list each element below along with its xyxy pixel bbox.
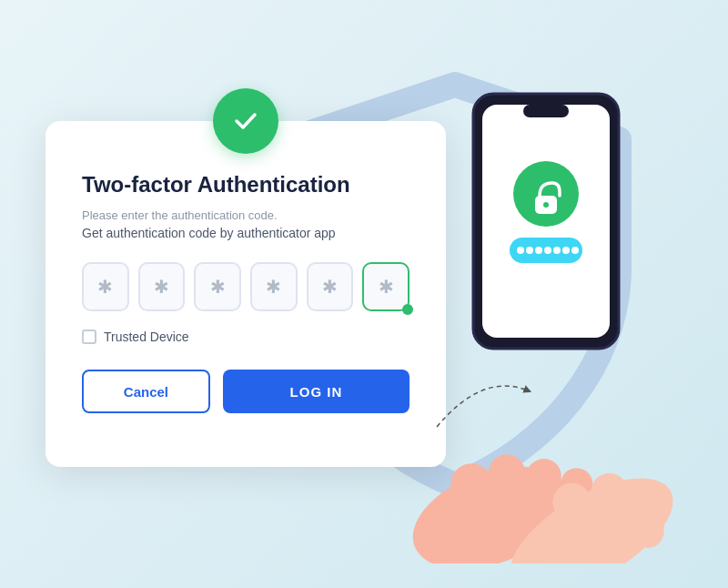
- code-input-3[interactable]: ✱: [194, 262, 241, 311]
- trusted-device-row: Trusted Device: [82, 329, 410, 344]
- svg-rect-16: [486, 452, 532, 534]
- card-subtitle-bold: Get authentication code by authenticator…: [82, 226, 410, 240]
- svg-rect-18: [552, 466, 595, 536]
- code-star-5: ✱: [322, 276, 338, 298]
- code-star-1: ✱: [97, 276, 113, 298]
- svg-point-10: [553, 247, 561, 254]
- scene: Two-factor Authentication Please enter t…: [46, 39, 682, 549]
- code-input-group: ✱ ✱ ✱ ✱ ✱ ✱: [82, 262, 410, 311]
- svg-point-2: [513, 161, 579, 227]
- code-input-6[interactable]: ✱: [362, 262, 410, 311]
- login-button[interactable]: LOG IN: [223, 370, 410, 413]
- code-input-1[interactable]: ✱: [82, 262, 129, 311]
- code-star-6: ✱: [379, 276, 394, 298]
- trusted-device-checkbox[interactable]: [82, 329, 96, 344]
- svg-point-6: [517, 247, 524, 254]
- code-star-3: ✱: [210, 276, 226, 298]
- svg-rect-20: [546, 477, 611, 557]
- svg-rect-21: [587, 469, 642, 551]
- card-title: Two-factor Authentication: [82, 172, 410, 198]
- success-check-circle: [213, 88, 278, 154]
- svg-point-11: [562, 247, 570, 254]
- svg-rect-0: [473, 94, 619, 349]
- code-input-5[interactable]: ✱: [307, 262, 354, 311]
- svg-point-7: [526, 247, 533, 254]
- dashed-arrow-icon: [428, 363, 537, 440]
- svg-rect-3: [535, 196, 557, 214]
- svg-rect-17: [525, 458, 562, 532]
- svg-point-4: [543, 202, 549, 208]
- svg-rect-13: [523, 105, 569, 117]
- svg-point-8: [535, 247, 542, 254]
- code-input-2[interactable]: ✱: [138, 262, 186, 311]
- code-star-4: ✱: [266, 276, 281, 298]
- svg-point-9: [544, 247, 551, 254]
- svg-rect-15: [446, 459, 504, 540]
- trusted-device-label: Trusted Device: [104, 329, 189, 344]
- auth-card: Two-factor Authentication Please enter t…: [46, 121, 446, 467]
- card-subtitle: Please enter the authentication code.: [82, 208, 410, 222]
- code-star-2: ✱: [154, 276, 169, 298]
- svg-point-12: [571, 247, 579, 254]
- svg-rect-22: [627, 479, 665, 550]
- cancel-button[interactable]: Cancel: [82, 370, 210, 413]
- svg-point-19: [492, 455, 691, 563]
- svg-rect-5: [510, 238, 582, 263]
- code-input-4[interactable]: ✱: [250, 262, 298, 311]
- active-indicator-dot: [402, 304, 413, 315]
- svg-rect-1: [482, 105, 610, 338]
- button-row: Cancel LOG IN: [82, 370, 410, 413]
- check-icon: [229, 105, 262, 137]
